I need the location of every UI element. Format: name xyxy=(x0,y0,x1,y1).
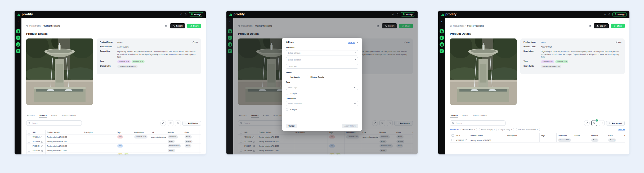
sidebar-item-tags[interactable] xyxy=(16,36,20,40)
close-icon[interactable]: × xyxy=(511,129,512,131)
sidebar-item-products[interactable] xyxy=(16,29,20,33)
row-checkbox[interactable] xyxy=(28,154,30,154)
breadcrumb-product-table[interactable]: Product Table xyxy=(453,25,464,27)
shared-with-label: Shared with: xyxy=(100,65,117,67)
select-all-checkbox[interactable] xyxy=(28,131,30,133)
cell-description xyxy=(82,139,116,144)
external-link-icon[interactable] xyxy=(41,141,43,142)
settings-button[interactable]: ⚙ Settings xyxy=(401,12,415,16)
lightbulb-icon[interactable] xyxy=(185,13,187,15)
select-collections-dropdown[interactable]: Select collections xyxy=(286,101,358,106)
collections-is-empty-radio[interactable]: Is empty xyxy=(286,108,297,111)
bulk-edit-button[interactable] xyxy=(160,120,166,126)
bulk-edit-button[interactable] xyxy=(584,120,590,126)
table-row: A1Z8P6R Awning window M3H-1400 Brass Bra… xyxy=(26,139,201,144)
cancel-button[interactable]: Cancel xyxy=(286,124,297,128)
logo-text: prodify xyxy=(22,12,33,16)
sort-button[interactable] xyxy=(599,120,605,126)
close-icon[interactable]: × xyxy=(494,129,495,131)
delete-icon[interactable] xyxy=(588,24,592,28)
sidebar-expand-chevron-icon[interactable]: › xyxy=(17,20,18,23)
edit-button[interactable]: Edit xyxy=(615,41,621,43)
close-icon[interactable]: × xyxy=(537,129,538,131)
settings-button[interactable]: ⚙ Settings xyxy=(189,12,203,16)
row-checkbox[interactable] xyxy=(28,136,30,138)
topbar-actions: ☺ ⚙ Settings xyxy=(180,12,203,16)
row-checkbox[interactable] xyxy=(28,145,30,147)
sidebar-item-settings[interactable]: ⚙ xyxy=(440,49,444,53)
product-name-label: Product Name: xyxy=(100,41,117,43)
search-input[interactable] xyxy=(455,122,503,124)
export-button[interactable]: Export xyxy=(594,23,609,28)
edit-button[interactable]: Edit xyxy=(192,41,198,43)
external-link-icon[interactable] xyxy=(41,136,42,138)
share-button[interactable]: Share xyxy=(611,24,625,28)
lightbulb-icon[interactable] xyxy=(396,13,399,15)
select-tags-dropdown[interactable]: Select tags xyxy=(286,85,358,90)
filter-chip-collection[interactable]: Collection: Summer 2026× xyxy=(516,128,540,131)
export-button[interactable]: Export xyxy=(170,23,185,28)
variant-search xyxy=(26,120,82,126)
sidebar-item-analytics[interactable] xyxy=(440,42,444,47)
row-checkbox[interactable] xyxy=(28,140,30,142)
sidebar-expand-chevron-icon[interactable]: › xyxy=(441,20,442,23)
settings-button[interactable]: ⚙ Settings xyxy=(612,12,627,16)
smiley-icon[interactable]: ☺ xyxy=(392,13,394,16)
smiley-icon[interactable]: ☺ xyxy=(180,13,182,16)
delete-icon[interactable] xyxy=(164,24,168,28)
missing-assets-radio[interactable]: Missing Assets xyxy=(307,76,324,78)
tab-variants[interactable]: Variants xyxy=(450,114,458,118)
filter-text-input[interactable] xyxy=(288,65,356,68)
lightbulb-icon[interactable] xyxy=(608,13,610,15)
pencil-icon xyxy=(162,122,164,124)
add-variant-button[interactable]: Add Variant xyxy=(182,121,201,126)
close-icon[interactable]: × xyxy=(474,129,475,131)
search-input[interactable] xyxy=(32,122,80,124)
filter-chip-material[interactable]: Material: Brass× xyxy=(460,128,477,131)
close-icon[interactable]: × xyxy=(357,41,358,44)
row-checkbox[interactable] xyxy=(28,149,30,152)
filter-chip-tag[interactable]: Tag: Is empty× xyxy=(498,128,514,131)
tags-is-empty-radio[interactable]: Is empty xyxy=(286,92,297,94)
external-link-icon[interactable] xyxy=(41,145,43,147)
share-icon xyxy=(190,25,192,27)
select-attribute-dropdown[interactable]: Select attribute xyxy=(286,50,358,55)
external-link-icon[interactable] xyxy=(465,139,467,141)
tab-assets[interactable]: Assets xyxy=(51,114,57,118)
tab-related-products[interactable]: Related Products xyxy=(472,114,488,118)
filter-chip-assets[interactable]: Assets: Is empty× xyxy=(479,128,497,131)
color-chip: Steel xyxy=(185,144,191,147)
tab-attributes[interactable]: Attributes xyxy=(26,114,35,118)
variants-table: SKUProduct Variant DescriptionTags Colle… xyxy=(26,130,201,154)
filter-button[interactable] xyxy=(168,120,173,126)
breadcrumb-product-table[interactable]: Product Table xyxy=(29,25,41,27)
add-variant-button[interactable]: Add Variant xyxy=(606,121,625,126)
select-all-checkbox[interactable] xyxy=(451,134,454,137)
clear-all-link[interactable]: Clear all xyxy=(348,41,355,43)
tab-related-products[interactable]: Related Products xyxy=(61,114,77,118)
filter-text-field xyxy=(286,64,358,69)
sidebar-item-tags[interactable] xyxy=(440,36,444,40)
has-assets-radio[interactable]: Has Assets xyxy=(286,76,300,78)
apply-filters-button[interactable]: Apply Filters xyxy=(342,124,358,128)
chevron-down-icon xyxy=(354,52,356,54)
sort-button[interactable] xyxy=(175,120,181,126)
external-link-icon[interactable] xyxy=(41,150,43,152)
select-condition-dropdown[interactable]: Select condition xyxy=(286,57,358,62)
sidebar-item-settings[interactable]: ⚙ xyxy=(16,49,20,53)
cell-sku: 7F3K9L2 xyxy=(33,136,39,138)
filter-button[interactable]: 4 xyxy=(591,120,597,126)
main-content: Product Table › Outdoor Fountains Export… xyxy=(445,18,629,154)
smiley-icon[interactable]: ☺ xyxy=(604,13,606,16)
tab-variants[interactable]: Variants xyxy=(39,114,47,118)
sidebar-item-products[interactable] xyxy=(440,29,444,33)
share-button[interactable]: Share xyxy=(187,24,201,28)
app-window-product-details: prodify ☺ ⚙ Settings › ⚙ xyxy=(15,11,206,154)
external-link-icon[interactable] xyxy=(41,154,43,155)
tab-assets[interactable]: Assets xyxy=(462,114,468,118)
row-checkbox[interactable] xyxy=(451,139,454,141)
table-row: 7F3K9L2 Awning window LPG-1400 Tag Summe… xyxy=(26,135,201,139)
sidebar-item-analytics[interactable] xyxy=(16,42,20,47)
clear-all-link[interactable]: Clear all xyxy=(618,129,625,131)
plus-icon xyxy=(609,122,611,124)
